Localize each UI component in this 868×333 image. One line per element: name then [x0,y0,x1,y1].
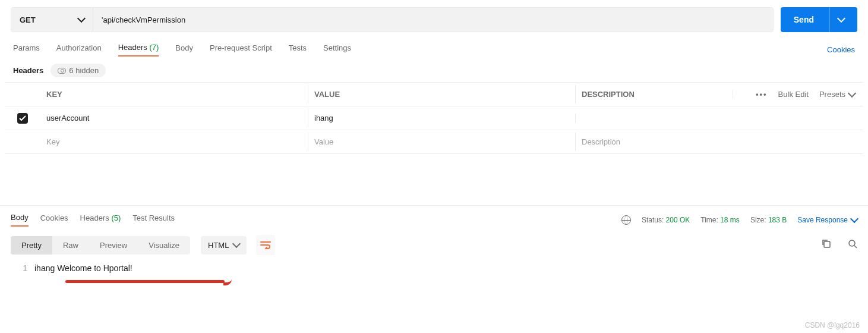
header-key-input[interactable]: userAccount [40,109,308,127]
more-icon[interactable]: ••• [756,90,768,99]
resp-tab-headers[interactable]: Headers (5) [80,213,121,226]
header-key-input[interactable]: Key [40,133,308,151]
header-value-input[interactable]: ihang [308,109,575,127]
chevron-down-icon [232,240,241,248]
headers-table-head: KEY VALUE DESCRIPTION ••• Bulk Edit Pres… [5,83,863,106]
col-description: DESCRIPTION [575,85,733,103]
time-block: Time: 18 ms [700,216,740,224]
headers-table: KEY VALUE DESCRIPTION ••• Bulk Edit Pres… [5,82,863,154]
format-select[interactable]: HTML [201,236,247,255]
tab-headers[interactable]: Headers (7) [118,43,159,56]
size-label: Size: [750,216,766,224]
status-block: Status: 200 OK [642,216,690,224]
svg-point-1 [849,240,855,246]
resp-tab-testresults[interactable]: Test Results [132,213,175,226]
table-row-new: Key Value Description [5,130,863,154]
response-body-text[interactable]: ihang Welcome to Hportal! [34,263,857,273]
url-text: 'api/checkVmPermission [102,15,185,24]
col-value: VALUE [308,85,575,103]
size-value: 183 B [768,216,787,224]
hidden-count: 6 hidden [69,66,99,75]
tab-body[interactable]: Body [175,43,193,56]
save-response-label: Save Response [797,216,848,224]
headers-subbar: Headers 6 hidden [13,64,855,77]
wrap-icon [260,241,271,249]
size-block: Size: 183 B [750,216,787,224]
headers-label: Headers [13,66,43,75]
format-label: HTML [208,241,229,250]
copy-icon[interactable] [822,239,831,251]
status-label: Status: [642,216,664,224]
method-select[interactable]: GET [11,8,93,32]
tab-settings[interactable]: Settings [323,43,351,56]
view-mode-segment: Pretty Raw Preview Visualize [11,236,190,255]
view-pretty[interactable]: Pretty [11,236,52,255]
method-label: GET [20,15,36,24]
response-tabs: Body Cookies Headers (5) Test Results St… [11,213,857,227]
tab-authorization[interactable]: Authorization [56,43,102,56]
send-label: Send [794,15,814,24]
cookies-link[interactable]: Cookies [827,45,855,54]
view-preview[interactable]: Preview [89,236,138,255]
time-value: 18 ms [720,216,740,224]
check-icon [19,115,26,121]
resp-tab-headers-label: Headers [80,213,109,222]
svg-rect-0 [824,241,830,247]
request-tabs: Params Authorization Headers (7) Body Pr… [13,43,855,56]
send-button[interactable]: Send [781,7,857,32]
annotation-underline [65,280,225,283]
tab-prerequest[interactable]: Pre-request Script [210,43,272,56]
tab-headers-label: Headers [118,43,147,52]
header-desc-input[interactable] [575,114,733,123]
resp-tab-cookies[interactable]: Cookies [40,213,68,226]
status-value: 200 OK [666,216,690,224]
tab-tests[interactable]: Tests [289,43,307,56]
col-key: KEY [40,85,308,103]
save-response-dropdown[interactable]: Save Response [797,216,857,224]
chevron-down-icon [848,89,856,97]
row-checkbox[interactable] [17,113,28,124]
wrap-lines-button[interactable] [256,235,275,255]
watermark: CSDN @lgq2016 [805,321,860,329]
chevron-down-icon [837,14,845,23]
tab-headers-count: (7) [149,43,159,52]
header-value-input[interactable]: Value [308,133,575,151]
response-meta: Status: 200 OK Time: 18 ms Size: 183 B S… [621,215,857,225]
globe-icon[interactable] [621,215,631,225]
chevron-down-icon [850,214,858,222]
url-input[interactable]: 'api/checkVmPermission [93,8,773,32]
header-desc-input[interactable]: Description [575,133,733,151]
resp-tab-body[interactable]: Body [11,213,29,227]
hidden-headers-toggle[interactable]: 6 hidden [50,64,106,77]
eye-icon [58,68,66,74]
line-number: 1 [11,263,34,273]
presets-label: Presets [819,90,845,99]
tab-params[interactable]: Params [13,43,40,56]
view-raw[interactable]: Raw [52,236,89,255]
request-input-group: GET 'api/checkVmPermission [11,7,774,32]
response-body: 1 ihang Welcome to Hportal! [11,263,857,273]
search-icon[interactable] [848,239,857,251]
bulk-edit-link[interactable]: Bulk Edit [778,90,809,99]
view-visualize[interactable]: Visualize [138,236,190,255]
time-label: Time: [700,216,718,224]
send-caret[interactable] [829,7,844,32]
resp-tab-headers-count: (5) [111,213,121,222]
body-toolbar: Pretty Raw Preview Visualize HTML [11,235,857,255]
table-row: userAccount ihang [5,106,863,130]
chevron-down-icon [77,14,86,23]
presets-dropdown[interactable]: Presets [819,90,855,99]
